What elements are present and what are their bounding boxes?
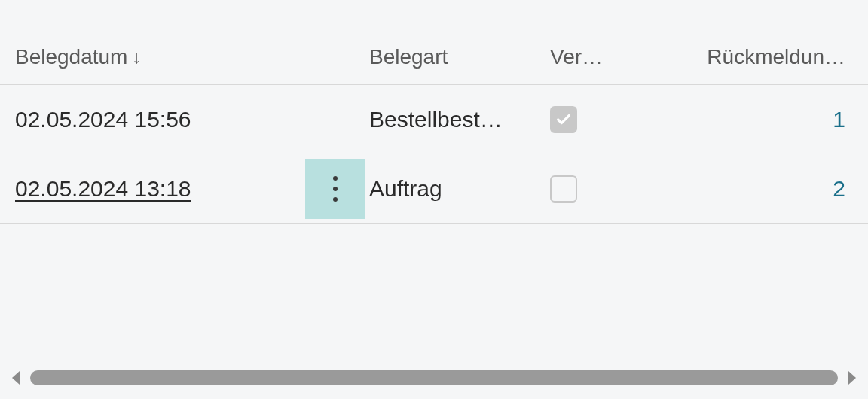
cell-rueckmeldung[interactable]: 1 (671, 107, 853, 132)
column-header-belegdatum[interactable]: Belegdatum ↓ (15, 45, 301, 69)
cell-ver (550, 175, 671, 203)
ver-checkbox-checked[interactable] (550, 106, 577, 133)
table-header-row: Belegdatum ↓ Belegart Ver… Rückmeldun… (0, 45, 868, 85)
table-row[interactable]: 02.05.2024 15:56 Bestellbest… 1 (0, 85, 868, 154)
ver-checkbox-unchecked[interactable] (550, 175, 577, 203)
column-header-rueckmeldung-label: Rückmeldun… (707, 45, 845, 69)
belegdatum-value: 02.05.2024 15:56 (15, 107, 191, 132)
checkmark-icon (555, 111, 572, 128)
cell-belegart: Bestellbest… (369, 107, 550, 132)
column-header-rueckmeldung[interactable]: Rückmeldun… (671, 45, 853, 69)
cell-ver (550, 106, 671, 133)
cell-belegdatum[interactable]: 02.05.2024 13:18 (15, 176, 301, 202)
cell-rueckmeldung[interactable]: 2 (671, 176, 853, 202)
row-actions-button[interactable] (305, 159, 365, 219)
cell-actions (301, 159, 369, 219)
belegart-value: Auftrag (369, 176, 442, 201)
rueckmeldung-value: 2 (833, 176, 845, 201)
column-header-belegdatum-label: Belegdatum (15, 45, 127, 69)
belegart-value: Bestellbest… (369, 107, 503, 132)
horizontal-scrollbar[interactable] (9, 367, 859, 388)
belegdatum-value: 02.05.2024 13:18 (15, 176, 191, 201)
scroll-right-arrow-icon[interactable] (845, 370, 859, 386)
cell-belegart: Auftrag (369, 176, 550, 202)
table-row[interactable]: 02.05.2024 13:18 Auftrag 2 (0, 154, 868, 224)
cell-belegdatum[interactable]: 02.05.2024 15:56 (15, 107, 301, 132)
column-header-ver[interactable]: Ver… (550, 45, 671, 69)
scroll-track[interactable] (30, 370, 838, 385)
data-table: Belegdatum ↓ Belegart Ver… Rückmeldun… 0… (0, 0, 868, 224)
rueckmeldung-value: 1 (833, 107, 845, 132)
scroll-thumb[interactable] (30, 370, 838, 385)
kebab-icon (333, 176, 338, 202)
column-header-belegart[interactable]: Belegart (369, 45, 550, 69)
column-header-belegart-label: Belegart (369, 45, 448, 69)
column-header-ver-label: Ver… (550, 45, 603, 69)
sort-descending-icon: ↓ (132, 47, 141, 68)
scroll-left-arrow-icon[interactable] (9, 370, 23, 386)
